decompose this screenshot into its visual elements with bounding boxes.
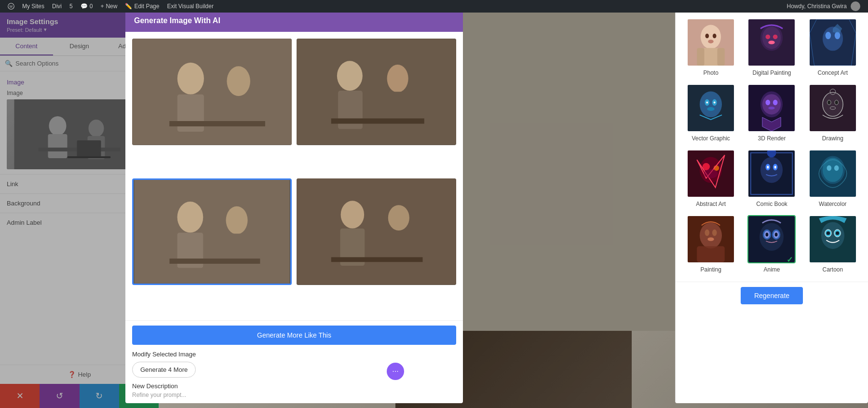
svg-point-56 (773, 35, 778, 40)
svg-point-45 (701, 25, 721, 49)
style-item-drawing[interactable]: Drawing (802, 80, 863, 146)
svg-point-66 (706, 102, 708, 104)
user-greeting[interactable]: Howdy, Christina Gwira (783, 0, 864, 13)
style-item-comic_book[interactable]: Comic Book (741, 146, 802, 211)
greeting-text: Howdy, Christina Gwira (787, 3, 847, 10)
style-item-digital_painting[interactable]: Digital Painting (741, 14, 802, 80)
svg-point-60 (825, 32, 831, 39)
style-thumb-comic_book (747, 150, 796, 198)
svg-point-97 (827, 165, 831, 171)
ai-modal-header: Generate Image With AI (125, 10, 463, 32)
wp-logo[interactable]: W (4, 0, 18, 13)
style-label-cartoon: Cartoon (822, 266, 843, 273)
modify-label: Modify Selected Image (132, 351, 456, 358)
svg-rect-31 (331, 118, 424, 123)
divi-menu[interactable]: Divi (48, 0, 66, 13)
svg-point-117 (826, 231, 830, 235)
regenerate-button[interactable]: Regenerate (741, 287, 803, 304)
svg-point-91 (774, 166, 776, 169)
my-sites-label: My Sites (22, 3, 44, 10)
svg-point-41 (388, 205, 409, 231)
ai-image-2[interactable] (297, 39, 456, 145)
exit-builder-button[interactable]: Exit Visual Builder (163, 0, 217, 13)
svg-point-39 (341, 201, 365, 228)
divi-label: Divi (52, 3, 62, 10)
svg-rect-43 (331, 257, 423, 262)
style-item-photo[interactable]: Photo (680, 14, 741, 80)
svg-point-90 (767, 166, 769, 169)
ai-image-4[interactable] (297, 178, 456, 285)
new-button[interactable]: + New (96, 0, 121, 13)
style-grid: PhotoDigital PaintingConcept ArtVector G… (676, 10, 868, 282)
comment-icon: 💬 (81, 3, 88, 10)
style-thumb-3d_render (747, 84, 796, 132)
svg-rect-49 (702, 48, 720, 66)
comments-count[interactable]: 💬 0 (77, 0, 97, 13)
pages-count[interactable]: 5 (66, 0, 77, 13)
svg-point-33 (177, 202, 203, 232)
pages-number: 5 (69, 3, 73, 10)
generate-4-button[interactable]: Generate 4 More (132, 362, 196, 378)
svg-point-98 (834, 165, 839, 171)
svg-rect-32 (135, 180, 290, 284)
style-label-photo: Photo (703, 69, 718, 76)
style-label-watercolor: Watercolor (819, 201, 847, 207)
new-desc-label: New Description (132, 382, 456, 390)
svg-point-71 (762, 94, 781, 114)
style-label-abstract_art: Abstract Art (696, 201, 726, 207)
style-label-anime: Anime (763, 266, 780, 273)
svg-point-68 (707, 107, 714, 111)
style-label-drawing: Drawing (822, 135, 843, 142)
ai-image-3[interactable] (132, 178, 292, 285)
style-thumb-painting (687, 215, 735, 263)
svg-point-112 (775, 233, 778, 237)
style-item-abstract_art[interactable]: Abstract Art (680, 146, 741, 211)
style-item-cartoon[interactable]: Cartoon (802, 211, 863, 277)
svg-point-106 (760, 223, 784, 251)
style-thumb-cartoon (809, 215, 857, 263)
pencil-icon: ✏️ (125, 3, 132, 10)
style-item-3d_render[interactable]: 3D Render (741, 80, 802, 146)
bubble-menu-button[interactable]: ··· (387, 363, 404, 380)
regenerate-label: Regenerate (754, 292, 789, 299)
svg-rect-51 (718, 48, 725, 66)
style-item-painting[interactable]: Painting (680, 211, 741, 277)
svg-point-54 (762, 27, 781, 49)
svg-point-46 (705, 34, 709, 39)
svg-rect-26 (297, 39, 456, 145)
style-label-3d_render: 3D Render (758, 135, 786, 142)
ai-modal-title: Generate Image With AI (134, 16, 220, 25)
svg-point-85 (704, 169, 718, 178)
style-label-vector_graphic: Vector Graphic (692, 135, 730, 142)
ai-modal-body (125, 32, 463, 320)
style-thumb-abstract_art (687, 150, 735, 198)
svg-point-76 (823, 92, 843, 116)
svg-text:W: W (10, 5, 13, 8)
plus-icon: + (100, 3, 104, 10)
svg-point-67 (714, 102, 716, 104)
svg-point-100 (700, 222, 722, 248)
style-item-concept_art[interactable]: Concept Art (802, 14, 863, 80)
ai-generate-modal: Generate Image With AI (125, 10, 463, 403)
svg-point-63 (700, 91, 722, 117)
svg-point-114 (821, 222, 844, 249)
ai-image-1[interactable] (132, 39, 292, 145)
generate-more-button[interactable]: Generate More Like This (132, 326, 456, 345)
edit-page-label: Edit Page (134, 3, 159, 10)
style-item-watercolor[interactable]: Watercolor (802, 146, 863, 211)
svg-point-21 (177, 63, 204, 95)
my-sites-menu[interactable]: My Sites (18, 0, 48, 13)
edit-page-button[interactable]: ✏️ Edit Page (121, 0, 163, 13)
regenerate-area: Regenerate (676, 282, 868, 309)
svg-rect-38 (297, 178, 456, 285)
comments-number: 0 (90, 3, 93, 10)
style-item-vector_graphic[interactable]: Vector Graphic (680, 80, 741, 146)
svg-point-55 (766, 35, 771, 40)
style-item-anime[interactable]: Anime✓ (741, 211, 802, 277)
svg-point-77 (827, 100, 831, 105)
avatar (851, 1, 860, 11)
generate-more-label: Generate More Like This (257, 331, 331, 339)
svg-point-102 (712, 230, 717, 236)
svg-rect-20 (132, 39, 292, 145)
svg-point-74 (769, 107, 775, 109)
